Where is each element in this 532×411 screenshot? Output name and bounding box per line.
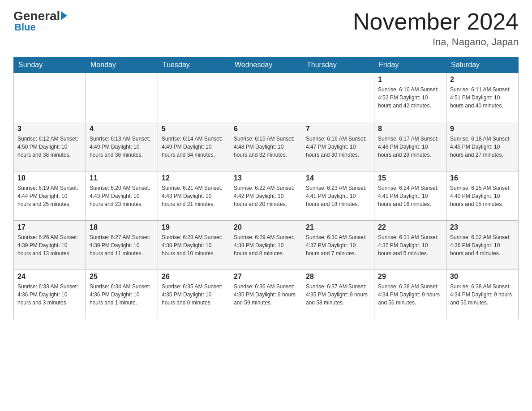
day-info: Sunrise: 6:35 AM Sunset: 4:35 PM Dayligh… (162, 283, 226, 307)
day-number: 17 (17, 223, 82, 231)
calendar-cell (86, 73, 158, 122)
day-number: 10 (17, 174, 82, 182)
calendar-week-row: 17Sunrise: 6:26 AM Sunset: 4:39 PM Dayli… (14, 221, 519, 270)
day-info: Sunrise: 6:30 AM Sunset: 4:37 PM Dayligh… (306, 233, 370, 257)
day-number: 2 (450, 76, 515, 84)
weekday-header-tuesday: Tuesday (158, 57, 230, 73)
calendar-cell (158, 73, 230, 122)
calendar-cell: 25Sunrise: 6:34 AM Sunset: 4:36 PM Dayli… (86, 270, 158, 319)
day-number: 5 (162, 125, 226, 133)
day-info: Sunrise: 6:25 AM Sunset: 4:40 PM Dayligh… (450, 184, 515, 208)
day-number: 12 (162, 174, 226, 182)
calendar-header-row: SundayMondayTuesdayWednesdayThursdayFrid… (14, 57, 519, 73)
calendar-cell: 27Sunrise: 6:36 AM Sunset: 4:35 PM Dayli… (230, 270, 302, 319)
logo-blue-text: Blue (14, 21, 36, 33)
day-info: Sunrise: 6:13 AM Sunset: 4:49 PM Dayligh… (90, 135, 154, 159)
day-info: Sunrise: 6:14 AM Sunset: 4:49 PM Dayligh… (162, 135, 226, 159)
calendar-cell (230, 73, 302, 122)
weekday-header-monday: Monday (86, 57, 158, 73)
calendar-cell: 22Sunrise: 6:31 AM Sunset: 4:37 PM Dayli… (374, 221, 446, 270)
calendar-week-row: 3Sunrise: 6:12 AM Sunset: 4:50 PM Daylig… (14, 122, 519, 171)
calendar-cell: 18Sunrise: 6:27 AM Sunset: 4:39 PM Dayli… (86, 221, 158, 270)
day-number: 30 (450, 273, 515, 281)
day-number: 26 (162, 273, 226, 281)
day-info: Sunrise: 6:31 AM Sunset: 4:37 PM Dayligh… (378, 233, 442, 257)
calendar-week-row: 10Sunrise: 6:19 AM Sunset: 4:44 PM Dayli… (14, 171, 519, 221)
day-number: 11 (90, 174, 154, 182)
day-number: 23 (450, 223, 515, 231)
day-info: Sunrise: 6:18 AM Sunset: 4:45 PM Dayligh… (450, 135, 515, 159)
calendar-cell: 26Sunrise: 6:35 AM Sunset: 4:35 PM Dayli… (158, 270, 230, 319)
logo: General Blue (13, 9, 67, 33)
day-number: 27 (234, 273, 298, 281)
day-number: 19 (162, 223, 226, 231)
day-number: 20 (234, 223, 298, 231)
day-number: 29 (378, 273, 442, 281)
calendar-cell: 19Sunrise: 6:28 AM Sunset: 4:38 PM Dayli… (158, 221, 230, 270)
calendar-cell: 9Sunrise: 6:18 AM Sunset: 4:45 PM Daylig… (446, 122, 519, 171)
day-number: 4 (90, 125, 154, 133)
day-number: 7 (306, 125, 370, 133)
day-info: Sunrise: 6:24 AM Sunset: 4:41 PM Dayligh… (378, 184, 442, 208)
calendar-cell: 20Sunrise: 6:29 AM Sunset: 4:38 PM Dayli… (230, 221, 302, 270)
calendar-cell: 5Sunrise: 6:14 AM Sunset: 4:49 PM Daylig… (158, 122, 230, 171)
weekday-header-sunday: Sunday (14, 57, 86, 73)
day-info: Sunrise: 6:34 AM Sunset: 4:36 PM Dayligh… (90, 283, 154, 307)
calendar-cell: 8Sunrise: 6:17 AM Sunset: 4:46 PM Daylig… (374, 122, 446, 171)
day-info: Sunrise: 6:20 AM Sunset: 4:43 PM Dayligh… (90, 184, 154, 208)
day-info: Sunrise: 6:33 AM Sunset: 4:36 PM Dayligh… (17, 283, 82, 307)
calendar-cell: 21Sunrise: 6:30 AM Sunset: 4:37 PM Dayli… (302, 221, 374, 270)
day-info: Sunrise: 6:17 AM Sunset: 4:46 PM Dayligh… (378, 135, 442, 159)
calendar-cell (302, 73, 374, 122)
calendar-cell: 12Sunrise: 6:21 AM Sunset: 4:43 PM Dayli… (158, 171, 230, 221)
day-number: 8 (378, 125, 442, 133)
day-info: Sunrise: 6:28 AM Sunset: 4:38 PM Dayligh… (162, 233, 226, 257)
calendar-cell: 24Sunrise: 6:33 AM Sunset: 4:36 PM Dayli… (14, 270, 86, 319)
calendar-cell: 1Sunrise: 6:10 AM Sunset: 4:52 PM Daylig… (374, 73, 446, 122)
day-info: Sunrise: 6:37 AM Sunset: 4:35 PM Dayligh… (306, 283, 370, 307)
day-info: Sunrise: 6:11 AM Sunset: 4:51 PM Dayligh… (450, 86, 515, 110)
calendar-cell: 15Sunrise: 6:24 AM Sunset: 4:41 PM Dayli… (374, 171, 446, 221)
weekday-header-wednesday: Wednesday (230, 57, 302, 73)
day-info: Sunrise: 6:21 AM Sunset: 4:43 PM Dayligh… (162, 184, 226, 208)
day-number: 18 (90, 223, 154, 231)
day-info: Sunrise: 6:10 AM Sunset: 4:52 PM Dayligh… (378, 86, 442, 110)
calendar-week-row: 1Sunrise: 6:10 AM Sunset: 4:52 PM Daylig… (14, 73, 519, 122)
day-number: 25 (90, 273, 154, 281)
day-info: Sunrise: 6:26 AM Sunset: 4:39 PM Dayligh… (17, 233, 82, 257)
title-block: November 2024 Ina, Nagano, Japan (353, 9, 519, 48)
day-info: Sunrise: 6:23 AM Sunset: 4:41 PM Dayligh… (306, 184, 370, 208)
day-number: 24 (17, 273, 82, 281)
calendar-table: SundayMondayTuesdayWednesdayThursdayFrid… (13, 57, 519, 319)
calendar-cell: 6Sunrise: 6:15 AM Sunset: 4:48 PM Daylig… (230, 122, 302, 171)
day-number: 6 (234, 125, 298, 133)
calendar-cell: 28Sunrise: 6:37 AM Sunset: 4:35 PM Dayli… (302, 270, 374, 319)
calendar-cell: 30Sunrise: 6:38 AM Sunset: 4:34 PM Dayli… (446, 270, 519, 319)
month-title: November 2024 (353, 9, 519, 34)
day-info: Sunrise: 6:19 AM Sunset: 4:44 PM Dayligh… (17, 184, 82, 208)
day-info: Sunrise: 6:22 AM Sunset: 4:42 PM Dayligh… (234, 184, 298, 208)
calendar-cell: 4Sunrise: 6:13 AM Sunset: 4:49 PM Daylig… (86, 122, 158, 171)
day-number: 21 (306, 223, 370, 231)
calendar-cell: 11Sunrise: 6:20 AM Sunset: 4:43 PM Dayli… (86, 171, 158, 221)
day-number: 16 (450, 174, 515, 182)
day-number: 28 (306, 273, 370, 281)
day-info: Sunrise: 6:36 AM Sunset: 4:35 PM Dayligh… (234, 283, 298, 307)
day-number: 9 (450, 125, 515, 133)
calendar-cell: 10Sunrise: 6:19 AM Sunset: 4:44 PM Dayli… (14, 171, 86, 221)
day-info: Sunrise: 6:38 AM Sunset: 4:34 PM Dayligh… (450, 283, 515, 307)
day-number: 13 (234, 174, 298, 182)
day-number: 22 (378, 223, 442, 231)
location-title: Ina, Nagano, Japan (353, 36, 519, 48)
weekday-header-friday: Friday (374, 57, 446, 73)
day-info: Sunrise: 6:38 AM Sunset: 4:34 PM Dayligh… (378, 283, 442, 307)
day-number: 1 (378, 76, 442, 84)
page-header: General Blue November 2024 Ina, Nagano, … (13, 9, 519, 48)
calendar-cell: 2Sunrise: 6:11 AM Sunset: 4:51 PM Daylig… (446, 73, 519, 122)
calendar-cell: 7Sunrise: 6:16 AM Sunset: 4:47 PM Daylig… (302, 122, 374, 171)
day-info: Sunrise: 6:29 AM Sunset: 4:38 PM Dayligh… (234, 233, 298, 257)
calendar-week-row: 24Sunrise: 6:33 AM Sunset: 4:36 PM Dayli… (14, 270, 519, 319)
calendar-cell (14, 73, 86, 122)
day-info: Sunrise: 6:16 AM Sunset: 4:47 PM Dayligh… (306, 135, 370, 159)
day-info: Sunrise: 6:12 AM Sunset: 4:50 PM Dayligh… (17, 135, 82, 159)
